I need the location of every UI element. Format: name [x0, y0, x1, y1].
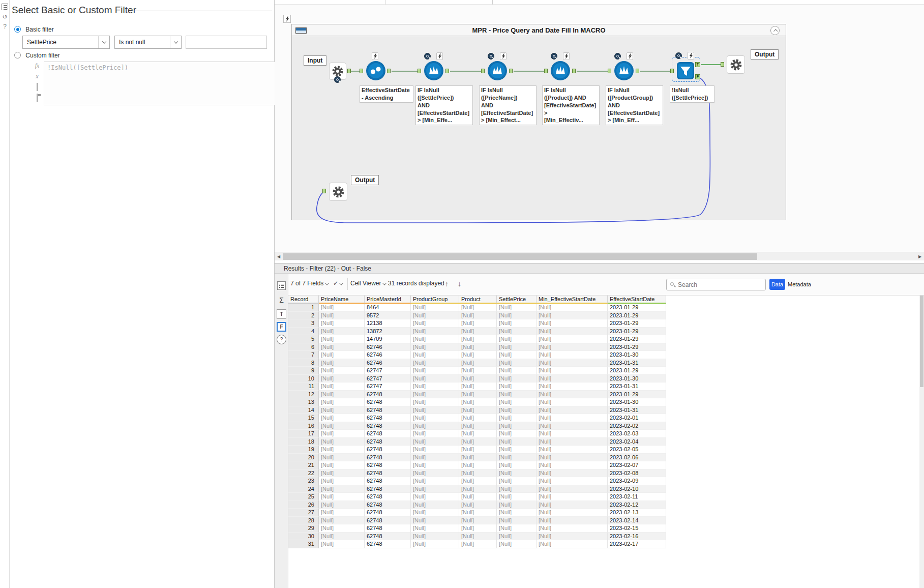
table-cell[interactable]: 12138 — [365, 319, 411, 328]
table-cell[interactable]: 62746 — [365, 343, 411, 351]
magnifier-badge-icon[interactable] — [424, 53, 431, 60]
table-cell[interactable]: [Null] — [411, 469, 459, 478]
table-cell[interactable]: [Null] — [319, 524, 365, 533]
table-cell[interactable]: [Null] — [319, 319, 365, 328]
multi-row-formula-tool-4[interactable] — [614, 61, 634, 82]
table-cell[interactable]: [Null] — [319, 414, 365, 422]
table-cell[interactable]: [Null] — [459, 430, 497, 438]
table-cell[interactable]: 14 — [288, 406, 319, 415]
table-cell[interactable]: 62748 — [365, 485, 411, 493]
table-cell[interactable]: 2023-02-14 — [608, 517, 666, 525]
table-cell[interactable]: [Null] — [411, 375, 459, 383]
table-cell[interactable]: 2023-01-29 — [608, 391, 666, 399]
table-cell[interactable]: [Null] — [459, 367, 497, 375]
fields-dropdown[interactable]: 7 of 7 Fields — [290, 280, 329, 287]
table-cell[interactable]: [Null] — [497, 509, 536, 517]
table-cell[interactable]: 2023-02-01 — [608, 414, 666, 422]
workflow-events-indicator[interactable] — [283, 15, 291, 23]
history-icon[interactable]: ↺ — [2, 14, 8, 20]
scroll-right-button[interactable]: ▶ — [916, 253, 923, 260]
input-anchor[interactable] — [418, 69, 421, 73]
table-cell[interactable]: 13 — [288, 398, 319, 406]
table-cell[interactable]: [Null] — [536, 533, 608, 541]
false-output-anchor[interactable]: F — [695, 74, 700, 79]
table-cell[interactable]: 62748 — [365, 469, 411, 478]
table-cell[interactable]: [Null] — [536, 461, 608, 469]
table-cell[interactable]: [Null] — [536, 319, 608, 328]
table-cell[interactable]: [Null] — [319, 493, 365, 501]
output-anchor[interactable] — [347, 69, 351, 73]
table-cell[interactable]: 2023-01-29 — [608, 304, 666, 312]
table-cell[interactable]: 62748 — [365, 540, 411, 548]
column-header[interactable]: SettlePrice — [497, 296, 536, 304]
table-cell[interactable]: [Null] — [411, 304, 459, 312]
table-cell[interactable]: [Null] — [536, 485, 608, 493]
up-arrow-button[interactable]: ↑ — [445, 280, 449, 288]
table-cell[interactable]: [Null] — [497, 461, 536, 469]
table-cell[interactable]: 13872 — [365, 328, 411, 336]
table-cell[interactable]: 9572 — [365, 312, 411, 320]
table-cell[interactable]: 1 — [288, 304, 319, 312]
table-cell[interactable]: [Null] — [319, 454, 365, 462]
table-cell[interactable]: [Null] — [536, 351, 608, 359]
table-cell[interactable]: [Null] — [536, 391, 608, 399]
table-cell[interactable]: [Null] — [319, 438, 365, 446]
table-cell[interactable]: [Null] — [497, 406, 536, 415]
table-cell[interactable]: [Null] — [319, 422, 365, 430]
table-cell[interactable]: [Null] — [459, 343, 497, 351]
table-cell[interactable]: 4 — [288, 328, 319, 336]
metadata-tab[interactable]: Metadata — [788, 279, 811, 290]
table-cell[interactable]: [Null] — [459, 351, 497, 359]
collapse-container-button[interactable] — [770, 26, 780, 35]
table-cell[interactable]: [Null] — [497, 517, 536, 525]
lightning-badge-icon[interactable] — [627, 52, 633, 60]
table-cell[interactable]: 62748 — [365, 517, 411, 525]
table-cell[interactable]: 6 — [288, 343, 319, 351]
table-cell[interactable]: [Null] — [497, 485, 536, 493]
table-cell[interactable]: [Null] — [497, 493, 536, 501]
table-cell[interactable]: 25 — [288, 493, 319, 501]
operator-dropdown[interactable]: Is not null — [114, 36, 182, 49]
table-cell[interactable]: [Null] — [497, 422, 536, 430]
table-cell[interactable]: [Null] — [411, 359, 459, 367]
canvas-horizontal-scrollbar[interactable]: ◀ ▶ — [275, 252, 924, 260]
table-cell[interactable]: [Null] — [497, 454, 536, 462]
lightning-badge-icon[interactable] — [500, 52, 506, 60]
table-cell[interactable]: [Null] — [497, 398, 536, 406]
workflow-canvas[interactable]: MPR - Price Query and Date Fill In MACRO — [275, 0, 924, 252]
lightning-badge-icon[interactable] — [688, 52, 694, 60]
table-cell[interactable]: 2023-02-09 — [608, 477, 666, 485]
column-header[interactable]: PriceMasterId — [365, 296, 411, 304]
table-cell[interactable]: [Null] — [411, 461, 459, 469]
table-cell[interactable]: 62748 — [365, 430, 411, 438]
table-cell[interactable]: [Null] — [459, 304, 497, 312]
table-cell[interactable]: [Null] — [459, 501, 497, 509]
scrollbar-thumb[interactable] — [283, 253, 757, 260]
column-header[interactable]: Product — [459, 296, 497, 304]
table-cell[interactable]: 2023-01-29 — [608, 335, 666, 343]
table-cell[interactable]: [Null] — [497, 524, 536, 533]
table-cell[interactable]: [Null] — [497, 533, 536, 541]
table-cell[interactable]: [Null] — [497, 438, 536, 446]
table-cell[interactable]: [Null] — [319, 461, 365, 469]
table-cell[interactable]: [Null] — [536, 524, 608, 533]
table-cell[interactable]: [Null] — [459, 375, 497, 383]
table-cell[interactable]: [Null] — [459, 477, 497, 485]
table-cell[interactable]: [Null] — [319, 343, 365, 351]
table-cell[interactable]: 2023-01-29 — [608, 367, 666, 375]
lightning-badge-icon[interactable] — [372, 52, 378, 60]
table-cell[interactable]: [Null] — [411, 477, 459, 485]
table-cell[interactable]: 8 — [288, 359, 319, 367]
macro-container[interactable]: MPR - Price Query and Date Fill In MACRO — [291, 24, 786, 220]
table-cell[interactable]: 22 — [288, 469, 319, 478]
table-cell[interactable]: [Null] — [411, 335, 459, 343]
table-cell[interactable]: [Null] — [459, 524, 497, 533]
table-cell[interactable]: [Null] — [411, 454, 459, 462]
table-cell[interactable]: 30 — [288, 533, 319, 541]
table-cell[interactable]: [Null] — [319, 351, 365, 359]
table-cell[interactable]: [Null] — [459, 485, 497, 493]
table-cell[interactable]: [Null] — [411, 501, 459, 509]
table-cell[interactable]: [Null] — [319, 477, 365, 485]
table-cell[interactable]: [Null] — [497, 328, 536, 336]
tool-annotation[interactable]: EffectiveStartDate - Ascending — [360, 85, 413, 103]
